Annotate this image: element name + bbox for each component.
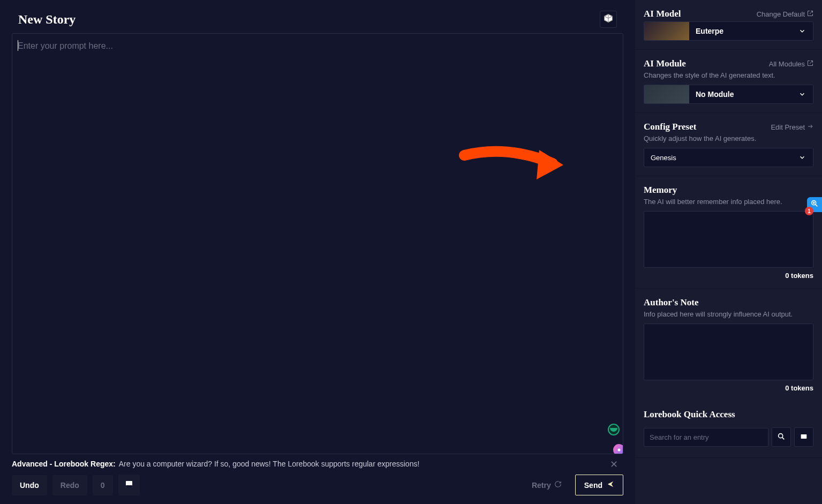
- send-icon: [607, 480, 614, 490]
- svg-rect-11: [801, 434, 807, 439]
- chevron-down-icon: [796, 154, 809, 161]
- module-thumbnail: [644, 85, 689, 104]
- zoom-badge: 1: [805, 207, 813, 215]
- search-icon: [777, 432, 786, 442]
- chevron-down-icon: [796, 91, 809, 98]
- memory-textarea[interactable]: [644, 211, 813, 268]
- edit-preset-link[interactable]: Edit Preset: [771, 123, 813, 131]
- lorebook-add-button[interactable]: [794, 427, 813, 447]
- authors-note-section: Author's Note Info placed here will stro…: [635, 289, 822, 401]
- authors-note-desc: Info placed here will strongly influence…: [644, 310, 813, 318]
- chevron-down-icon: [796, 27, 809, 35]
- ai-module-selected: No Module: [689, 90, 796, 99]
- undo-button[interactable]: Undo: [12, 475, 47, 495]
- lorebook-search-input[interactable]: [644, 428, 768, 447]
- external-link-icon: [807, 10, 813, 18]
- text-caret: [18, 40, 18, 51]
- model-thumbnail: [644, 21, 689, 41]
- svg-line-10: [782, 437, 785, 439]
- tip-close-button[interactable]: ✕: [610, 458, 618, 470]
- assistant-bubble-icon[interactable]: [613, 444, 623, 454]
- retry-button[interactable]: Retry: [524, 475, 570, 495]
- count-button[interactable]: 0: [93, 475, 113, 495]
- ai-module-section: AI Module All Modules Changes the style …: [635, 50, 822, 113]
- panel-icon: [125, 481, 133, 490]
- all-modules-link[interactable]: All Modules: [769, 60, 813, 68]
- ai-module-desc: Changes the style of the AI generated te…: [644, 71, 813, 79]
- ai-model-title: AI Model: [644, 9, 681, 19]
- svg-point-9: [779, 433, 783, 438]
- ai-model-dropdown[interactable]: Euterpe: [644, 21, 813, 41]
- story-editor[interactable]: Enter your prompt here...: [12, 33, 623, 454]
- tip-bar: Advanced - Lorebook Regex: Are you a com…: [12, 454, 623, 471]
- svg-rect-7: [126, 485, 132, 487]
- send-button[interactable]: Send: [575, 475, 623, 495]
- authors-note-title: Author's Note: [644, 297, 698, 308]
- memory-desc: The AI will better remember info placed …: [644, 198, 813, 206]
- ai-model-selected: Euterpe: [689, 27, 796, 35]
- authors-note-textarea[interactable]: [644, 324, 813, 380]
- arrow-right-icon: [807, 123, 813, 131]
- lorebook-title: Lorebook Quick Access: [644, 409, 735, 420]
- random-prompt-button[interactable]: [600, 11, 617, 28]
- svg-point-5: [618, 449, 621, 452]
- zoom-widget[interactable]: 1: [807, 197, 822, 212]
- fullscreen-button[interactable]: [118, 475, 140, 495]
- config-preset-dropdown[interactable]: Genesis: [644, 148, 813, 167]
- editor-placeholder: Enter your prompt here...: [18, 41, 113, 50]
- settings-sidebar: AI Model Change Default Euterpe AI Modul…: [635, 0, 822, 504]
- lorebook-search-button[interactable]: [772, 427, 791, 447]
- ai-model-section: AI Model Change Default Euterpe: [635, 0, 822, 50]
- memory-title: Memory: [644, 185, 677, 195]
- card-icon: [800, 432, 808, 442]
- memory-tokens: 0 tokens: [644, 272, 813, 280]
- tip-message: Are you a computer wizard? If so, good n…: [119, 460, 420, 468]
- authors-note-tokens: 0 tokens: [644, 384, 813, 392]
- ai-module-title: AI Module: [644, 58, 686, 69]
- change-default-link[interactable]: Change Default: [757, 10, 813, 18]
- svg-line-13: [816, 205, 818, 207]
- memory-section: Memory The AI will better remember info …: [635, 176, 822, 289]
- dice-icon: [604, 13, 613, 25]
- redo-button[interactable]: Redo: [52, 475, 87, 495]
- retry-icon: [554, 480, 562, 490]
- config-preset-title: Config Preset: [644, 122, 696, 132]
- config-preset-section: Config Preset Edit Preset Quickly adjust…: [635, 113, 822, 176]
- external-link-icon: [807, 60, 813, 68]
- lorebook-section: Lorebook Quick Access: [635, 401, 822, 458]
- page-title[interactable]: New Story: [18, 12, 76, 27]
- config-preset-selected: Genesis: [644, 154, 796, 162]
- ai-module-dropdown[interactable]: No Module: [644, 85, 813, 104]
- status-indicator[interactable]: [608, 424, 620, 435]
- close-icon: ✕: [610, 459, 618, 470]
- tip-lead: Advanced - Lorebook Regex:: [12, 460, 116, 468]
- config-preset-desc: Quickly adjust how the AI generates.: [644, 134, 813, 142]
